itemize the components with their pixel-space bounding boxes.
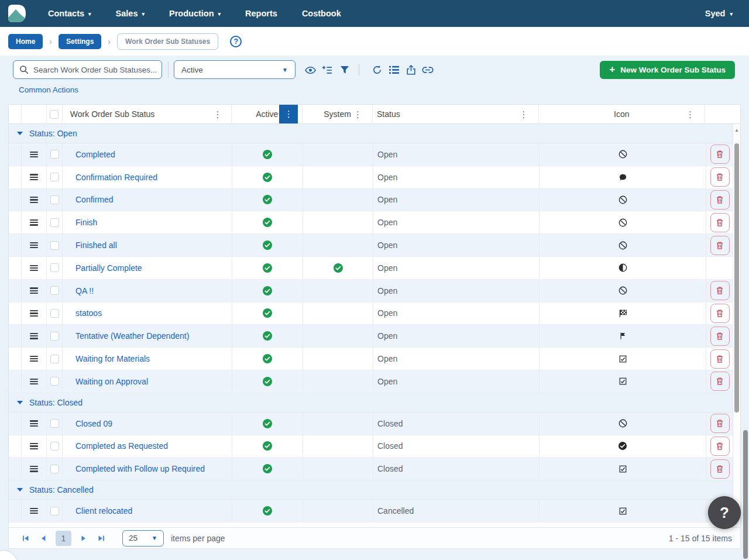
- delete-button[interactable]: [710, 145, 730, 164]
- nav-production[interactable]: Production ▾: [169, 9, 221, 18]
- column-menu-icon[interactable]: ⋮: [520, 110, 528, 119]
- refresh-icon[interactable]: [370, 64, 384, 76]
- add-column-icon[interactable]: [320, 64, 334, 76]
- scrollbar-up-icon[interactable]: ▲: [733, 124, 740, 133]
- row-checkbox[interactable]: [47, 458, 63, 480]
- drag-handle[interactable]: [22, 166, 47, 188]
- export-icon[interactable]: [404, 64, 418, 76]
- column-header-active[interactable]: Active ⋮: [232, 105, 303, 123]
- drag-handle[interactable]: [22, 189, 47, 211]
- column-menu-icon[interactable]: ⋮: [686, 110, 695, 119]
- select-all-checkbox[interactable]: [47, 105, 63, 123]
- user-menu[interactable]: Syed ▾: [705, 9, 733, 18]
- page-size-select[interactable]: 25 ▼: [122, 530, 164, 547]
- row-name-link[interactable]: Confirmed: [63, 195, 114, 204]
- delete-button[interactable]: [710, 327, 730, 346]
- drag-handle[interactable]: [22, 348, 47, 370]
- help-icon[interactable]: ?: [230, 36, 242, 47]
- previous-page-button[interactable]: [36, 531, 50, 545]
- delete-button[interactable]: [710, 167, 730, 187]
- delete-button[interactable]: [710, 459, 730, 479]
- row-name-link[interactable]: Completed as Requested: [63, 441, 168, 451]
- row-name-link[interactable]: Confirmation Required: [63, 173, 157, 182]
- row-checkbox[interactable]: [47, 500, 63, 522]
- drag-handle[interactable]: [22, 500, 47, 522]
- page-scrollbar-thumb[interactable]: [743, 430, 748, 559]
- drag-handle[interactable]: [22, 325, 47, 347]
- delete-button[interactable]: [710, 190, 730, 209]
- drag-handle[interactable]: [22, 458, 47, 480]
- breadcrumb-home-button[interactable]: Home: [8, 34, 43, 49]
- link-icon[interactable]: [421, 64, 435, 76]
- help-fab-button[interactable]: ?: [708, 496, 741, 529]
- drag-handle[interactable]: [22, 303, 47, 325]
- row-checkbox[interactable]: [47, 143, 63, 166]
- row-name-link[interactable]: Partially Complete: [63, 263, 142, 273]
- collapse-group-icon[interactable]: [17, 401, 23, 404]
- first-page-button[interactable]: [19, 531, 33, 545]
- status-filter-select[interactable]: Active ▼: [174, 60, 296, 79]
- collapse-group-icon[interactable]: [17, 132, 23, 135]
- row-checkbox[interactable]: [47, 435, 63, 458]
- row-checkbox[interactable]: [47, 166, 63, 188]
- row-checkbox[interactable]: [47, 370, 63, 393]
- row-name-link[interactable]: Closed 09: [63, 419, 112, 428]
- current-page-button[interactable]: 1: [56, 531, 71, 546]
- delete-button[interactable]: [710, 304, 730, 323]
- nav-contacts[interactable]: Contacts ▾: [48, 9, 91, 18]
- drag-handle[interactable]: [22, 257, 47, 279]
- row-checkbox[interactable]: [47, 413, 63, 435]
- search-input[interactable]: [33, 66, 157, 74]
- delete-button[interactable]: [710, 213, 730, 232]
- column-header-status[interactable]: Status ⋮: [373, 105, 539, 123]
- app-logo-icon[interactable]: [6, 3, 28, 24]
- column-header-icon[interactable]: Icon ⋮: [539, 105, 706, 123]
- filter-icon[interactable]: [338, 64, 352, 76]
- row-checkbox[interactable]: [47, 257, 63, 279]
- row-name-link[interactable]: QA !!: [63, 286, 94, 296]
- last-page-button[interactable]: [94, 531, 108, 545]
- delete-button[interactable]: [710, 281, 730, 300]
- row-checkbox[interactable]: [47, 325, 63, 347]
- nav-reports[interactable]: Reports: [245, 9, 277, 18]
- row-checkbox[interactable]: [47, 189, 63, 211]
- row-name-link[interactable]: Completed: [63, 150, 115, 159]
- next-page-button[interactable]: [77, 531, 91, 545]
- drag-handle[interactable]: [22, 234, 47, 256]
- delete-button[interactable]: [710, 437, 730, 456]
- delete-button[interactable]: [710, 349, 730, 369]
- row-name-link[interactable]: Client relocated: [63, 506, 132, 516]
- new-work-order-sub-status-button[interactable]: + New Work Order Sub Status: [600, 61, 735, 79]
- eye-icon[interactable]: [303, 64, 317, 76]
- column-header-system[interactable]: System ⋮: [303, 105, 373, 123]
- list-icon[interactable]: [387, 64, 401, 76]
- drag-handle[interactable]: [22, 370, 47, 393]
- drag-handle[interactable]: [22, 143, 47, 166]
- row-name-link[interactable]: Completed with Follow up Required: [63, 464, 205, 473]
- breadcrumb-settings-button[interactable]: Settings: [59, 34, 101, 49]
- row-checkbox[interactable]: [47, 348, 63, 370]
- collapse-group-icon[interactable]: [17, 488, 23, 492]
- nav-sales[interactable]: Sales ▾: [116, 9, 145, 18]
- column-menu-icon[interactable]: ⋮: [353, 110, 362, 119]
- drag-handle[interactable]: [22, 413, 47, 435]
- delete-button[interactable]: [710, 372, 730, 391]
- column-menu-active-icon[interactable]: ⋮: [279, 105, 298, 123]
- row-name-link[interactable]: Waiting on Approval: [63, 377, 148, 386]
- drag-handle[interactable]: [22, 280, 47, 302]
- grid-scrollbar[interactable]: ▲: [733, 124, 740, 527]
- column-menu-icon[interactable]: ⋮: [213, 110, 222, 119]
- column-header-name[interactable]: Work Order Sub Status ⋮: [63, 105, 232, 123]
- row-name-link[interactable]: Finished all: [63, 241, 117, 250]
- delete-button[interactable]: [710, 414, 730, 433]
- row-checkbox[interactable]: [47, 280, 63, 302]
- row-name-link[interactable]: Waiting for Materials: [63, 354, 150, 363]
- nav-costbook[interactable]: Costbook: [302, 9, 341, 18]
- row-name-link[interactable]: Finish: [63, 218, 97, 227]
- row-name-link[interactable]: Tentative (Weather Dependent): [63, 331, 189, 341]
- row-checkbox[interactable]: [47, 234, 63, 256]
- drag-handle[interactable]: [22, 435, 47, 458]
- delete-button[interactable]: [710, 236, 730, 255]
- row-name-link[interactable]: statoos: [63, 308, 102, 318]
- row-checkbox[interactable]: [47, 211, 63, 233]
